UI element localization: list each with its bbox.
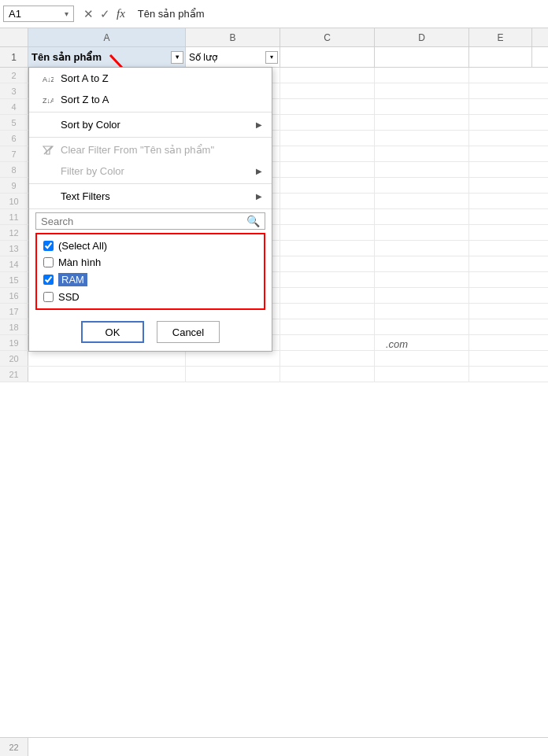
cell-a1-value: Tên sản phẩm [31,51,102,63]
row-num-2: 2 [0,68,28,83]
confirm-icon[interactable]: ✓ [100,7,110,21]
col-header-c[interactable]: C [280,28,375,46]
col-header-b[interactable]: B [186,28,280,46]
svg-line-5 [44,146,52,154]
col-header-d[interactable]: D [375,28,469,46]
checkbox-item-man-hinh[interactable]: Màn hình [40,254,261,271]
cell-c20[interactable] [280,351,375,366]
row-num-19: 19 [0,335,28,350]
cell-d7[interactable] [375,146,469,161]
checkbox-ssd[interactable] [43,292,54,302]
cell-d15[interactable] [375,272,469,287]
row-num-5: 5 [0,115,28,130]
cell-d6[interactable] [375,131,469,146]
cell-a20[interactable] [28,351,186,366]
name-box[interactable]: A1 ▾ [3,6,74,22]
cell-c5[interactable] [280,115,375,130]
cell-d1 [375,47,469,67]
cell-c8[interactable] [280,162,375,177]
cell-c14[interactable] [280,256,375,271]
name-box-dropdown[interactable]: ▾ [65,9,68,18]
cell-d5[interactable] [375,115,469,130]
cell-d8[interactable] [375,162,469,177]
cell-d13[interactable] [375,241,469,256]
cell-d20[interactable] [375,351,469,366]
search-input[interactable] [41,216,246,227]
cell-c12[interactable] [280,225,375,240]
menu-item-filter-color[interactable]: Filter by Color ▶ [29,160,272,182]
formula-icons: ✕ ✓ fx [77,7,131,21]
empty-row: 20 [0,351,548,367]
checkbox-item-select-all[interactable]: (Select All) [40,238,261,254]
menu-item-sort-color[interactable]: Sort by Color ▶ [29,114,272,135]
checkbox-item-ram[interactable]: RAM [40,271,261,289]
filter-dropdown-b1[interactable]: ▾ [265,51,278,64]
sort-az-label: Sort A to Z [61,72,262,84]
cell-d9[interactable] [375,178,469,193]
cell-c19[interactable] [280,335,375,350]
row-num-6: 6 [0,131,28,146]
row-num-17: 17 [0,304,28,319]
checkbox-man-hinh[interactable] [43,257,54,267]
cell-c2[interactable] [280,68,375,83]
checkbox-select-all[interactable] [43,241,54,251]
row-num-3: 3 [0,83,28,98]
cell-d11[interactable] [375,209,469,224]
cell-d18[interactable] [375,319,469,334]
cell-c9[interactable] [280,178,375,193]
cell-c15[interactable] [280,272,375,287]
cell-c7[interactable] [280,146,375,161]
cell-c21[interactable] [280,367,375,382]
cancel-button[interactable]: Cancel [157,321,220,343]
menu-item-sort-az[interactable]: A↓Z Sort A to Z [29,68,272,89]
search-box[interactable]: 🔍 [35,212,265,230]
cell-a1[interactable]: Tên sản phẩm ▾ [28,47,186,67]
row-num-13: 13 [0,241,28,256]
col-header-e[interactable]: E [469,28,532,46]
menu-item-clear-filter[interactable]: Clear Filter From "Tên sản phẩm" [29,139,272,160]
cell-d2[interactable] [375,68,469,83]
row-num-header [0,28,28,46]
row-num-7: 7 [0,146,28,161]
cell-c11[interactable] [280,209,375,224]
dialog-buttons: OK Cancel [29,313,272,351]
checkbox-ram[interactable] [43,275,54,285]
search-icon[interactable]: 🔍 [246,215,260,227]
checkbox-label-man-hinh: Màn hình [58,256,101,268]
ok-button[interactable]: OK [81,321,144,343]
cell-d14[interactable] [375,256,469,271]
formula-bar: A1 ▾ ✕ ✓ fx Tên sản phẩm [0,0,548,28]
cell-d17[interactable] [375,304,469,319]
formula-value[interactable]: Tên sản phẩm [131,6,545,21]
cell-b1[interactable]: Số lượ ▾ [186,47,280,67]
empty-row: 21 [0,367,548,382]
col-header-a[interactable]: A [28,28,186,46]
menu-item-sort-za[interactable]: Z↓A Sort Z to A [29,89,272,110]
checkbox-item-ssd[interactable]: SSD [40,289,261,305]
separator-2 [29,137,272,138]
cancel-icon[interactable]: ✕ [83,7,94,21]
cell-d3[interactable] [375,83,469,98]
cell-d4[interactable] [375,99,469,114]
cell-c6[interactable] [280,131,375,146]
cell-c17[interactable] [280,304,375,319]
filter-dropdown-a1[interactable]: ▾ [171,51,183,64]
cell-b21[interactable] [186,367,280,382]
sort-za-icon: Z↓A [42,94,54,105]
cell-d16[interactable] [375,288,469,303]
cell-c13[interactable] [280,241,375,256]
cell-a21[interactable] [28,367,186,382]
cell-c10[interactable] [280,194,375,208]
cell-c18[interactable] [280,319,375,334]
row-num-10: 10 [0,194,28,208]
cell-c4[interactable] [280,99,375,114]
cell-d10[interactable] [375,194,469,208]
cell-b20[interactable] [186,351,280,366]
menu-item-text-filters[interactable]: Text Filters ▶ [29,186,272,207]
cell-c16[interactable] [280,288,375,303]
row-num-14: 14 [0,256,28,271]
cell-d21[interactable] [375,367,469,382]
bottom-row: 22 [0,737,548,756]
cell-c3[interactable] [280,83,375,98]
cell-d12[interactable] [375,225,469,240]
